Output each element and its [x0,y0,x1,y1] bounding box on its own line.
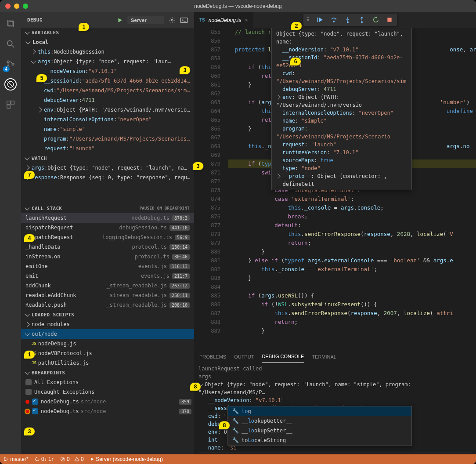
loaded-folder[interactable]: node_modules [21,319,194,329]
activity-bar: 4 [0,12,21,454]
variables-section-header[interactable]: VARIABLES [21,28,194,37]
breakpoint-exception-row[interactable]: All Exceptions [21,377,194,387]
svg-rect-14 [317,18,318,22]
breakpoint-exception-row[interactable]: Uncaught Exceptions [21,387,194,397]
svg-rect-13 [181,18,188,22]
watch-section-header[interactable]: WATCH [21,153,194,163]
status-bar: master* 0↓ 1↑ 0 0 Server (vscode-node-de… [0,454,476,464]
variable-row[interactable]: debugServer: 4711 [21,95,194,105]
variable-row[interactable]: request: "launch" [21,144,194,153]
editor-tab[interactable]: TS nodeDebug.ts × [194,12,253,28]
variable-row[interactable]: name: "simple" [21,124,194,134]
debug-console-toggle-icon[interactable] [180,17,188,23]
loaded-folder[interactable]: out/node [21,329,194,339]
window-minimize-button[interactable] [14,4,19,9]
checkbox[interactable] [25,379,32,385]
loaded-scripts-section-header[interactable]: LOADED SCRIPTS [21,310,194,319]
step-over-button[interactable] [330,16,338,23]
sync-status[interactable]: 0↓ 1↑ [35,456,54,462]
suggest-item[interactable]: 🔧__lookupGetter__ [228,416,411,426]
variable-row[interactable]: __nodeVersion: "v7.10.1" [21,66,194,76]
debug-console-body[interactable]: launchRequest calledargsObject {type: "n… [194,364,476,454]
stackframe-row[interactable]: addChunk_stream_readable.js263:12 [21,281,194,290]
chevron-down-icon [25,205,29,210]
checkbox[interactable] [32,399,38,405]
callstack-section-header[interactable]: CALL STACK PAUSED ON BREAKPOINT [21,203,194,213]
variable-row[interactable]: env: Object {PATH: "/Users/weinand/.nvm/… [21,105,194,115]
panel-tab[interactable]: DEBUG CONSOLE [262,350,304,363]
breakpoint-row[interactable]: nodeDebug.ts src/node870 [21,406,194,416]
continue-button[interactable] [316,16,324,23]
suggest-item[interactable]: 🔧log [228,406,411,416]
debug-activity-icon[interactable] [4,78,17,91]
chevron-down-icon [25,155,29,160]
debug-target-status[interactable]: Server (vscode-node-debug) [90,456,163,462]
svg-point-15 [333,21,335,22]
stackframe-row[interactable]: inStream.onprotocol.ts30:46 [21,252,194,261]
start-debug-button[interactable] [117,17,123,23]
code-editor[interactable]: 8558568578588598608618628638648658668678… [194,28,476,349]
panel-tab[interactable]: TERMINAL [312,351,336,363]
breakpoints-section-header[interactable]: BREAKPOINTS [21,368,194,377]
drag-grip-icon[interactable]: ⠿ [306,17,310,23]
chevron-down-icon [25,370,29,374]
checkbox[interactable] [25,389,32,395]
git-branch-status[interactable]: master* [4,456,29,462]
editor-tabbar: TS nodeDebug.ts × ⠿ [194,12,476,28]
watch-tree: args: Object {type: "node", request: "la… [21,163,194,182]
extensions-activity-icon[interactable] [4,98,17,111]
variable-row[interactable]: internalConsoleOptions: "neverOpen" [21,115,194,124]
explorer-activity-icon[interactable] [4,18,17,30]
debug-toolbar[interactable]: ⠿ [303,14,397,26]
variables-tree: Localthis: NodeDebugSessionargs: Object … [21,37,194,153]
typescript-file-icon: TS [199,18,205,22]
loaded-file[interactable]: JSnodeDebug.js [21,339,194,348]
breakpoint-row[interactable]: nodeDebug.ts src/node859 [21,397,194,406]
chevron-down-icon [25,312,29,316]
window-close-button[interactable] [5,4,11,9]
step-out-button[interactable] [358,16,366,23]
tab-close-icon[interactable]: × [245,17,248,23]
restart-button[interactable] [372,16,380,23]
callstack-state: PAUSED ON BREAKPOINT [140,206,190,210]
debug-settings-gear-icon[interactable] [169,17,176,24]
stackframe-row[interactable]: readableAddChunk_stream_readable.js250:1… [21,290,194,300]
search-activity-icon[interactable] [4,38,17,50]
panel-tab[interactable]: PROBLEMS [199,351,226,363]
stackframe-row[interactable]: _handleDataprotocol.ts130:14 [21,242,194,252]
loaded-file[interactable]: JSpathUtilities.js [21,358,194,368]
loaded-scripts-tree: node_modulesout/nodeJSnodeDebug.jsJSnode… [21,319,194,368]
debug-hover-tooltip: Object {type: "node", request: "launch",… [271,28,412,190]
svg-point-19 [361,22,363,23]
variable-row[interactable]: program: "/Users/weinand/MS/Projects/Sce… [21,134,194,144]
variables-scope[interactable]: Local [21,37,194,47]
step-into-button[interactable] [344,16,352,23]
variable-row[interactable]: this: NodeDebugSession [21,47,194,57]
problems-status[interactable]: 0 0 [60,456,84,462]
svg-rect-10 [11,101,14,104]
svg-point-22 [4,460,6,461]
svg-point-6 [12,63,14,65]
tab-filename: nodeDebug.ts [209,17,242,23]
suggest-item[interactable]: 🔧toLocaleString [228,435,411,445]
stackframe-row[interactable]: emitOneevents.js116:13 [21,261,194,271]
variable-row[interactable]: cwd: "/Users/weinand/MS/Projects/Scenari… [21,86,194,95]
stackframe-row[interactable]: Readable.push_stream_readable.js208:10 [21,300,194,310]
panel-tab[interactable]: OUTPUT [234,351,254,363]
scm-activity-icon[interactable]: 4 [4,58,17,70]
debug-config-select[interactable]: Server [127,16,164,24]
suggest-item[interactable]: 🔧__lookupSetter__ [228,426,411,435]
intellisense-popup[interactable]: 🔧log🔧__lookupGetter__🔧__lookupSetter__🔧t… [227,406,412,446]
stackframe-row[interactable]: dispatchRequestloggingDebugSession.ts56:… [21,232,194,242]
stackframe-row[interactable]: emitevents.js211:7 [21,271,194,281]
window-zoom-button[interactable] [23,4,28,9]
watch-row[interactable]: response: Response {seq: 0, type: "respo… [21,173,194,182]
checkbox[interactable] [32,408,38,414]
chevron-down-icon [25,29,29,34]
stackframe-row[interactable]: dispatchRequestdebugSession.ts441:10 [21,223,194,232]
stop-button[interactable] [386,17,394,23]
variable-row[interactable]: args: Object {type: "node", request: "la… [21,57,194,66]
loaded-file[interactable]: JSnodeV8Protocol.js [21,348,194,358]
watch-row[interactable]: args: Object {type: "node", request: "la… [21,163,194,173]
stackframe-row[interactable]: launchRequestnodeDebug.ts870:3 [21,213,194,223]
